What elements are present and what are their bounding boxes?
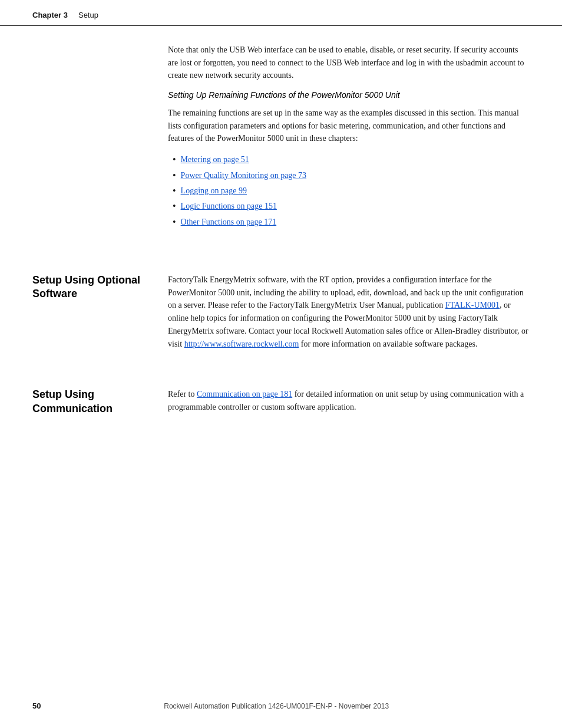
footer-publication: Rockwell Automation Publication 1426-UM0… bbox=[164, 702, 389, 710]
logging-link[interactable]: Logging on page 99 bbox=[181, 185, 247, 197]
logic-functions-link[interactable]: Logic Functions on page 151 bbox=[181, 200, 277, 212]
chapter-title: Setup bbox=[78, 11, 98, 19]
optional-software-heading: Setup Using Optional Software bbox=[32, 274, 150, 301]
list-item: Power Quality Monitoring on page 73 bbox=[173, 169, 530, 182]
intro-paragraph2: The remaining functions are set up in th… bbox=[168, 107, 530, 145]
optional-software-section: Setup Using Optional Software FactoryTal… bbox=[0, 262, 562, 370]
other-functions-link[interactable]: Other Functions on page 171 bbox=[181, 216, 277, 228]
bullet-list: Metering on page 51 Power Quality Monito… bbox=[173, 153, 530, 229]
communication-heading: Setup Using Communication bbox=[32, 388, 150, 416]
communication-heading-col: Setup Using Communication bbox=[32, 388, 162, 421]
metering-link[interactable]: Metering on page 51 bbox=[181, 153, 249, 166]
ftalk-link[interactable]: FTALK-UM001 bbox=[445, 301, 500, 309]
optional-para-text3: for more information on available softwa… bbox=[299, 340, 477, 348]
intro-left bbox=[32, 44, 162, 238]
optional-software-paragraph: FactoryTalk EnergyMetrix software, with … bbox=[168, 274, 530, 350]
chapter-label: Chapter 3 bbox=[32, 11, 68, 19]
page-header: Chapter 3 Setup bbox=[0, 0, 562, 26]
list-item: Other Functions on page 171 bbox=[173, 216, 530, 229]
list-item: Logging on page 99 bbox=[173, 185, 530, 197]
intro-section: Note that only the USB Web interface can… bbox=[0, 26, 562, 256]
power-quality-link[interactable]: Power Quality Monitoring on page 73 bbox=[181, 169, 306, 182]
communication-content: Refer to Communication on page 181 for d… bbox=[162, 388, 530, 421]
intro-paragraph1: Note that only the USB Web interface can… bbox=[168, 44, 530, 82]
comm-para-before: Refer to bbox=[168, 390, 197, 398]
communication-link[interactable]: Communication on page 181 bbox=[197, 390, 292, 398]
intro-right: Note that only the USB Web interface can… bbox=[162, 44, 530, 238]
italic-heading: Setting Up Remaining Functions of the Po… bbox=[168, 90, 530, 100]
page: Chapter 3 Setup Note that only the USB W… bbox=[0, 0, 562, 728]
communication-section: Setup Using Communication Refer to Commu… bbox=[0, 376, 562, 433]
rockwell-url-link[interactable]: http://www.software.rockwell.com bbox=[184, 340, 299, 348]
optional-software-content: FactoryTalk EnergyMetrix software, with … bbox=[162, 274, 530, 358]
page-number: 50 bbox=[32, 701, 41, 710]
optional-software-heading-col: Setup Using Optional Software bbox=[32, 274, 162, 358]
list-item: Logic Functions on page 151 bbox=[173, 200, 530, 213]
page-footer: 50 Rockwell Automation Publication 1426-… bbox=[0, 701, 562, 710]
communication-paragraph: Refer to Communication on page 181 for d… bbox=[168, 388, 530, 413]
list-item: Metering on page 51 bbox=[173, 153, 530, 166]
